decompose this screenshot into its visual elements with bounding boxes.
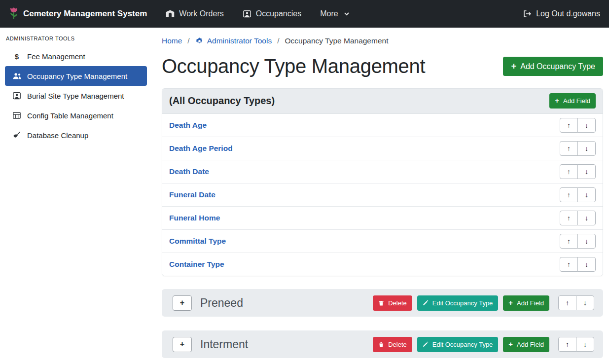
move-down-button[interactable]: ↓ [576,337,594,352]
move-down-button[interactable]: ↓ [577,211,596,225]
nav-item-more[interactable]: More [320,9,349,18]
sidebar-item-burial-site-type-management[interactable]: Burial Site Type Management [5,86,147,106]
delete-button[interactable]: Delete [373,337,412,352]
field-row: Funeral Date ↑ ↓ [162,183,603,206]
dollar-icon: $ [10,52,24,61]
move-down-button[interactable]: ↓ [577,141,596,156]
reorder-group: ↑ ↓ [560,141,596,156]
reorder-group: ↑ ↓ [560,257,596,272]
add-field-button[interactable]: + Add Field [503,337,549,352]
gear-icon [195,37,204,45]
field-link[interactable]: Death Date [169,167,209,176]
reorder-group: ↑ ↓ [558,295,594,310]
move-up-button[interactable]: ↑ [560,211,578,225]
field-row: Committal Type ↑ ↓ [162,229,603,253]
breadcrumb-separator: / [277,36,279,45]
main-content: Home / Administrator Tools / Occupancy T… [152,28,609,364]
plus-icon: + [508,341,513,348]
move-up-button[interactable]: ↑ [560,257,578,272]
page-layout: Administrator Tools $ Fee Management Occ… [0,28,609,364]
occupancy-type-section-preneed: + Preneed Delete [162,289,603,317]
move-up-button[interactable]: ↑ [558,295,576,310]
field-row: Death Age Period ↑ ↓ [162,137,603,160]
move-down-button[interactable]: ↓ [577,234,596,249]
card-title: (All Occupancy Types) [169,95,275,107]
app-brand[interactable]: Cemetery Management System [9,7,147,20]
trash-icon [378,300,384,306]
field-row: Death Age ↑ ↓ [162,113,603,137]
app-title: Cemetery Management System [23,9,147,19]
table-icon [10,111,24,120]
page-header: Occupancy Type Management + Add Occupanc… [162,55,603,77]
move-down-button[interactable]: ↓ [577,164,596,179]
card-header: (All Occupancy Types) + Add Field [162,89,603,113]
field-row: Funeral Home ↑ ↓ [162,206,603,229]
move-down-button[interactable]: ↓ [577,118,596,133]
field-link[interactable]: Committal Type [169,237,226,246]
sidebar: Administrator Tools $ Fee Management Occ… [0,28,152,364]
field-row: Death Date ↑ ↓ [162,160,603,183]
field-link[interactable]: Funeral Home [169,214,220,222]
expand-button[interactable]: + [173,295,192,311]
nav-item-occupancies[interactable]: Occupancies [243,9,302,18]
sidebar-section-header: Administrator Tools [0,31,152,46]
plus-icon: + [508,299,513,307]
move-up-button[interactable]: ↑ [560,141,578,156]
logout-button[interactable]: Log Out d.gowans [523,9,600,18]
sidebar-item-database-cleanup[interactable]: Database Cleanup [5,125,147,145]
page-title: Occupancy Type Management [162,55,425,77]
occupancy-type-section-interment: + Interment Delete [162,330,603,358]
edit-occupancy-type-button[interactable]: Edit Occupancy Type [417,295,499,311]
breadcrumb-separator: / [187,36,189,45]
section-actions: Delete Edit Occupancy Type + Add Field ↑ [373,337,594,352]
plus-icon: + [511,62,516,71]
section-actions: Delete Edit Occupancy Type + Add Field ↑ [373,295,594,311]
top-navbar: Cemetery Management System Work Orders O… [0,0,609,28]
breadcrumb-home-link[interactable]: Home [162,36,182,45]
reorder-group: ↑ ↓ [560,234,596,249]
add-field-button[interactable]: + Add Field [549,93,596,109]
add-occupancy-type-button[interactable]: + Add Occupancy Type [503,57,603,75]
person-frame-icon [243,9,251,18]
logout-icon [523,9,532,18]
broom-icon [10,131,24,140]
reorder-group: ↑ ↓ [558,337,594,352]
field-link[interactable]: Container Type [169,260,224,269]
section-title: Preneed [200,296,243,310]
breadcrumb-admin-tools-link[interactable]: Administrator Tools [195,36,272,45]
move-up-button[interactable]: ↑ [560,187,578,202]
plus-icon: + [555,97,559,105]
move-up-button[interactable]: ↑ [558,337,576,352]
sidebar-item-fee-management[interactable]: $ Fee Management [5,46,147,66]
all-occupancy-types-card: (All Occupancy Types) + Add Field Death … [162,88,603,276]
delete-button[interactable]: Delete [373,295,412,311]
trash-icon [378,341,384,348]
users-icon [10,72,24,80]
move-down-button[interactable]: ↓ [577,187,596,202]
expand-button[interactable]: + [173,337,192,352]
move-down-button[interactable]: ↓ [576,295,594,310]
pencil-icon [423,300,429,306]
flower-logo-icon [9,7,19,20]
chevron-down-icon [344,11,350,17]
sidebar-item-config-table-management[interactable]: Config Table Management [5,106,147,125]
field-link[interactable]: Funeral Date [169,190,215,199]
field-link[interactable]: Death Age Period [169,144,233,153]
field-link[interactable]: Death Age [169,121,207,130]
pencil-icon [423,341,429,347]
move-up-button[interactable]: ↑ [560,164,578,179]
move-down-button[interactable]: ↓ [577,257,596,272]
field-row: Container Type ↑ ↓ [162,253,603,276]
edit-occupancy-type-button[interactable]: Edit Occupancy Type [417,337,499,352]
person-frame-icon [10,91,24,100]
nav-item-work-orders[interactable]: Work Orders [166,9,223,18]
move-up-button[interactable]: ↑ [560,118,578,133]
breadcrumb-current: Occupancy Type Management [285,36,389,45]
reorder-group: ↑ ↓ [560,211,596,225]
section-title: Interment [200,338,248,351]
move-up-button[interactable]: ↑ [560,234,578,249]
reorder-group: ↑ ↓ [560,187,596,202]
sidebar-item-occupancy-type-management[interactable]: Occupancy Type Management [5,66,147,86]
work-orders-icon [166,9,175,18]
add-field-button[interactable]: + Add Field [503,295,549,311]
